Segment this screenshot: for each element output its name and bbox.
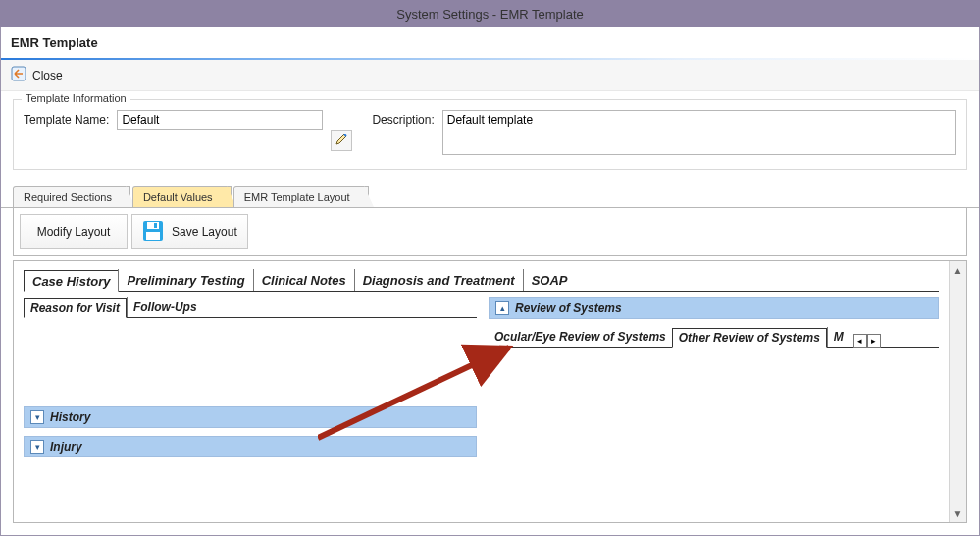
description-label: Description: <box>372 110 434 127</box>
toolbar: Close <box>1 60 979 91</box>
modify-layout-button[interactable]: Modify Layout <box>20 214 128 249</box>
edit-button[interactable] <box>331 130 352 151</box>
scroll-right-button[interactable]: ▸ <box>867 334 881 348</box>
scroll-left-button[interactable]: ◂ <box>853 334 867 348</box>
tab-case-history[interactable]: Case History <box>24 270 119 292</box>
template-name-label: Template Name: <box>24 110 109 127</box>
tab-follow-ups[interactable]: Follow-Ups <box>127 297 203 317</box>
injury-section[interactable]: ▾ Injury <box>24 436 477 457</box>
template-info-area: Template Information Template Name: Desc… <box>1 91 979 180</box>
expand-icon[interactable]: ▾ <box>30 410 44 424</box>
injury-title: Injury <box>50 440 82 454</box>
system-settings-window: System Settings - EMR Template EMR Templ… <box>0 0 980 536</box>
window-titlebar: System Settings - EMR Template <box>0 0 980 27</box>
page-title: EMR Template <box>1 27 979 58</box>
tab-required-sections[interactable]: Required Sections <box>13 186 130 207</box>
tab-default-values[interactable]: Default Values <box>132 186 232 207</box>
inner-tabstrip: Case History Preliminary Testing Clinica… <box>24 269 939 292</box>
layout-scroll-area: Case History Preliminary Testing Clinica… <box>13 260 967 523</box>
left-sub-tabstrip: Reason for Visit Follow-Ups <box>24 297 477 318</box>
vertical-scrollbar[interactable]: ▲ ▼ <box>949 261 966 522</box>
expand-icon[interactable]: ▾ <box>30 440 44 454</box>
tab-reason-for-visit[interactable]: Reason for Visit <box>24 298 127 318</box>
svg-rect-2 <box>147 222 159 229</box>
collapse-icon[interactable]: ▴ <box>495 301 509 315</box>
pencil-icon <box>335 133 348 149</box>
client-area: EMR Template Close Template Information … <box>0 27 980 536</box>
tab-other-review[interactable]: Other Review of Systems <box>672 328 827 348</box>
svg-rect-4 <box>146 232 160 240</box>
review-of-systems-section[interactable]: ▴ Review of Systems <box>489 297 939 319</box>
description-input[interactable] <box>442 110 956 155</box>
template-name-input[interactable] <box>117 110 323 130</box>
right-column: ▴ Review of Systems Ocular/Eye Review of… <box>489 297 939 465</box>
template-info-fieldset: Template Information Template Name: Desc… <box>13 99 967 170</box>
tab-ocular-review[interactable]: Ocular/Eye Review of Systems <box>489 327 672 347</box>
tab-more-truncated[interactable]: M <box>827 327 850 347</box>
left-column: Reason for Visit Follow-Ups ▾ History ▾ … <box>24 297 477 465</box>
tab-diagnosis-treatment[interactable]: Diagnosis and Treatment <box>354 269 524 291</box>
layout-tab-page: Modify Layout Save Layout <box>13 208 967 256</box>
ros-title: Review of Systems <box>515 301 622 315</box>
tab-soap[interactable]: SOAP <box>523 269 577 291</box>
ros-tabstrip: Ocular/Eye Review of Systems Other Revie… <box>489 327 939 348</box>
main-tabstrip: Required Sections Default Values EMR Tem… <box>1 186 979 208</box>
tab-emr-template-layout[interactable]: EMR Template Layout <box>233 186 369 207</box>
save-icon <box>142 220 164 244</box>
close-button-label[interactable]: Close <box>32 69 63 82</box>
scroll-down-button[interactable]: ▼ <box>950 505 966 522</box>
layout-content: Case History Preliminary Testing Clinica… <box>14 261 949 522</box>
window-title: System Settings - EMR Template <box>396 7 584 22</box>
history-title: History <box>50 410 90 424</box>
close-icon[interactable] <box>11 66 26 84</box>
scroll-up-button[interactable]: ▲ <box>950 261 966 279</box>
fieldset-legend: Template Information <box>22 92 130 104</box>
svg-rect-3 <box>154 223 157 228</box>
history-section[interactable]: ▾ History <box>24 406 477 428</box>
tab-clinical-notes[interactable]: Clinical Notes <box>253 269 355 291</box>
tab-preliminary-testing[interactable]: Preliminary Testing <box>118 269 253 291</box>
save-layout-button[interactable]: Save Layout <box>131 214 248 249</box>
